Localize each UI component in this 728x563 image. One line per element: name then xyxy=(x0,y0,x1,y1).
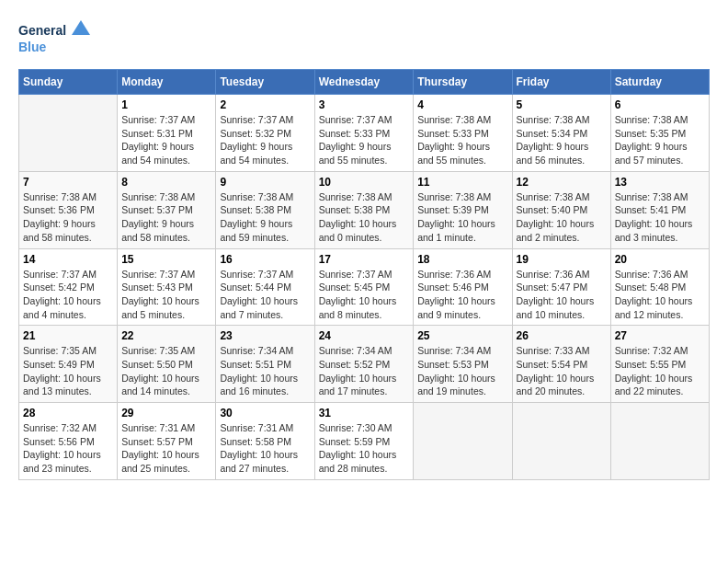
calendar-cell: 16Sunrise: 7:37 AM Sunset: 5:44 PM Dayli… xyxy=(216,248,314,326)
calendar-cell: 27Sunrise: 7:32 AM Sunset: 5:55 PM Dayli… xyxy=(610,326,709,403)
day-info: Sunrise: 7:35 AM Sunset: 5:50 PM Dayligh… xyxy=(121,344,211,398)
day-info: Sunrise: 7:34 AM Sunset: 5:51 PM Dayligh… xyxy=(220,344,310,398)
day-header: Sunday xyxy=(19,70,118,95)
day-info: Sunrise: 7:36 AM Sunset: 5:46 PM Dayligh… xyxy=(417,268,507,322)
day-info: Sunrise: 7:37 AM Sunset: 5:45 PM Dayligh… xyxy=(319,268,410,322)
day-info: Sunrise: 7:37 AM Sunset: 5:44 PM Dayligh… xyxy=(220,268,310,322)
day-info: Sunrise: 7:35 AM Sunset: 5:49 PM Dayligh… xyxy=(23,344,113,398)
day-info: Sunrise: 7:31 AM Sunset: 5:58 PM Dayligh… xyxy=(220,421,310,476)
calendar-cell xyxy=(414,403,512,480)
calendar-cell xyxy=(512,403,610,480)
day-number: 17 xyxy=(319,253,410,266)
day-info: Sunrise: 7:36 AM Sunset: 5:48 PM Dayligh… xyxy=(615,268,705,322)
day-info: Sunrise: 7:36 AM Sunset: 5:47 PM Dayligh… xyxy=(517,268,607,322)
calendar-cell: 21Sunrise: 7:35 AM Sunset: 5:49 PM Dayli… xyxy=(19,326,118,403)
day-number: 31 xyxy=(319,407,410,419)
day-info: Sunrise: 7:32 AM Sunset: 5:55 PM Dayligh… xyxy=(615,344,705,398)
calendar-cell: 30Sunrise: 7:31 AM Sunset: 5:58 PM Dayli… xyxy=(216,403,314,480)
day-info: Sunrise: 7:33 AM Sunset: 5:54 PM Dayligh… xyxy=(517,344,607,398)
day-number: 10 xyxy=(319,176,410,189)
calendar-cell: 12Sunrise: 7:38 AM Sunset: 5:40 PM Dayli… xyxy=(512,171,610,248)
day-number: 7 xyxy=(23,176,113,189)
day-number: 3 xyxy=(319,98,410,111)
calendar-cell: 19Sunrise: 7:36 AM Sunset: 5:47 PM Dayli… xyxy=(512,248,610,326)
day-number: 15 xyxy=(121,253,211,266)
day-header: Tuesday xyxy=(216,70,314,95)
calendar-cell: 25Sunrise: 7:34 AM Sunset: 5:53 PM Dayli… xyxy=(414,326,512,403)
calendar-cell: 3Sunrise: 7:37 AM Sunset: 5:33 PM Daylig… xyxy=(314,95,414,172)
day-number: 26 xyxy=(517,329,607,342)
day-header: Saturday xyxy=(610,70,709,95)
day-number: 24 xyxy=(319,329,410,342)
day-info: Sunrise: 7:38 AM Sunset: 5:39 PM Dayligh… xyxy=(417,190,507,245)
calendar-cell: 13Sunrise: 7:38 AM Sunset: 5:41 PM Dayli… xyxy=(610,171,709,248)
calendar-cell: 7Sunrise: 7:38 AM Sunset: 5:36 PM Daylig… xyxy=(19,171,118,248)
svg-marker-2 xyxy=(72,20,90,35)
calendar-cell: 15Sunrise: 7:37 AM Sunset: 5:43 PM Dayli… xyxy=(118,248,216,326)
day-number: 27 xyxy=(615,329,705,342)
calendar-cell: 31Sunrise: 7:30 AM Sunset: 5:59 PM Dayli… xyxy=(314,403,414,480)
day-info: Sunrise: 7:37 AM Sunset: 5:31 PM Dayligh… xyxy=(121,113,211,167)
calendar-cell: 5Sunrise: 7:38 AM Sunset: 5:34 PM Daylig… xyxy=(512,95,610,172)
day-info: Sunrise: 7:38 AM Sunset: 5:34 PM Dayligh… xyxy=(517,113,607,167)
day-header: Wednesday xyxy=(314,70,414,95)
day-number: 30 xyxy=(220,407,310,419)
day-info: Sunrise: 7:37 AM Sunset: 5:42 PM Dayligh… xyxy=(23,268,113,322)
calendar-cell: 10Sunrise: 7:38 AM Sunset: 5:38 PM Dayli… xyxy=(314,171,414,248)
day-number: 2 xyxy=(220,98,310,111)
day-info: Sunrise: 7:38 AM Sunset: 5:33 PM Dayligh… xyxy=(417,113,507,167)
day-info: Sunrise: 7:38 AM Sunset: 5:36 PM Dayligh… xyxy=(23,190,113,245)
calendar-week-row: 7Sunrise: 7:38 AM Sunset: 5:36 PM Daylig… xyxy=(19,171,710,248)
calendar-cell: 6Sunrise: 7:38 AM Sunset: 5:35 PM Daylig… xyxy=(610,95,709,172)
day-header: Friday xyxy=(512,70,610,95)
header: General Blue xyxy=(18,18,710,60)
calendar-cell xyxy=(19,95,118,172)
logo: General Blue xyxy=(18,18,92,60)
day-number: 8 xyxy=(121,176,211,189)
logo-svg: General Blue xyxy=(18,18,92,60)
day-number: 21 xyxy=(23,329,113,342)
calendar-cell: 26Sunrise: 7:33 AM Sunset: 5:54 PM Dayli… xyxy=(512,326,610,403)
calendar-week-row: 28Sunrise: 7:32 AM Sunset: 5:56 PM Dayli… xyxy=(19,403,710,480)
day-number: 22 xyxy=(121,329,211,342)
svg-text:Blue: Blue xyxy=(18,40,47,54)
day-info: Sunrise: 7:32 AM Sunset: 5:56 PM Dayligh… xyxy=(23,421,113,476)
day-number: 5 xyxy=(517,98,607,111)
day-number: 1 xyxy=(121,98,211,111)
calendar-cell: 9Sunrise: 7:38 AM Sunset: 5:38 PM Daylig… xyxy=(216,171,314,248)
day-info: Sunrise: 7:38 AM Sunset: 5:37 PM Dayligh… xyxy=(121,190,211,245)
day-number: 13 xyxy=(615,176,705,189)
day-number: 19 xyxy=(517,253,607,266)
calendar-cell: 4Sunrise: 7:38 AM Sunset: 5:33 PM Daylig… xyxy=(414,95,512,172)
day-info: Sunrise: 7:34 AM Sunset: 5:52 PM Dayligh… xyxy=(319,344,410,398)
day-number: 14 xyxy=(23,253,113,266)
day-number: 29 xyxy=(121,407,211,419)
calendar-cell: 8Sunrise: 7:38 AM Sunset: 5:37 PM Daylig… xyxy=(118,171,216,248)
calendar-cell xyxy=(610,403,709,480)
calendar-table: SundayMondayTuesdayWednesdayThursdayFrid… xyxy=(18,69,710,480)
day-info: Sunrise: 7:38 AM Sunset: 5:38 PM Dayligh… xyxy=(319,190,410,245)
calendar-cell: 29Sunrise: 7:31 AM Sunset: 5:57 PM Dayli… xyxy=(118,403,216,480)
day-header: Monday xyxy=(118,70,216,95)
day-number: 4 xyxy=(417,98,507,111)
calendar-cell: 17Sunrise: 7:37 AM Sunset: 5:45 PM Dayli… xyxy=(314,248,414,326)
day-number: 23 xyxy=(220,329,310,342)
calendar-cell: 2Sunrise: 7:37 AM Sunset: 5:32 PM Daylig… xyxy=(216,95,314,172)
calendar-cell: 20Sunrise: 7:36 AM Sunset: 5:48 PM Dayli… xyxy=(610,248,709,326)
calendar-header-row: SundayMondayTuesdayWednesdayThursdayFrid… xyxy=(19,70,710,95)
day-info: Sunrise: 7:38 AM Sunset: 5:40 PM Dayligh… xyxy=(517,190,607,245)
day-number: 25 xyxy=(417,329,507,342)
day-number: 12 xyxy=(517,176,607,189)
day-info: Sunrise: 7:38 AM Sunset: 5:35 PM Dayligh… xyxy=(615,113,705,167)
calendar-cell: 23Sunrise: 7:34 AM Sunset: 5:51 PM Dayli… xyxy=(216,326,314,403)
day-info: Sunrise: 7:37 AM Sunset: 5:33 PM Dayligh… xyxy=(319,113,410,167)
day-number: 9 xyxy=(220,176,310,189)
calendar-week-row: 1Sunrise: 7:37 AM Sunset: 5:31 PM Daylig… xyxy=(19,95,710,172)
day-number: 11 xyxy=(417,176,507,189)
svg-text:General: General xyxy=(18,23,66,38)
day-info: Sunrise: 7:37 AM Sunset: 5:43 PM Dayligh… xyxy=(121,268,211,322)
day-number: 20 xyxy=(615,253,705,266)
day-info: Sunrise: 7:38 AM Sunset: 5:41 PM Dayligh… xyxy=(615,190,705,245)
day-number: 6 xyxy=(615,98,705,111)
calendar-cell: 18Sunrise: 7:36 AM Sunset: 5:46 PM Dayli… xyxy=(414,248,512,326)
